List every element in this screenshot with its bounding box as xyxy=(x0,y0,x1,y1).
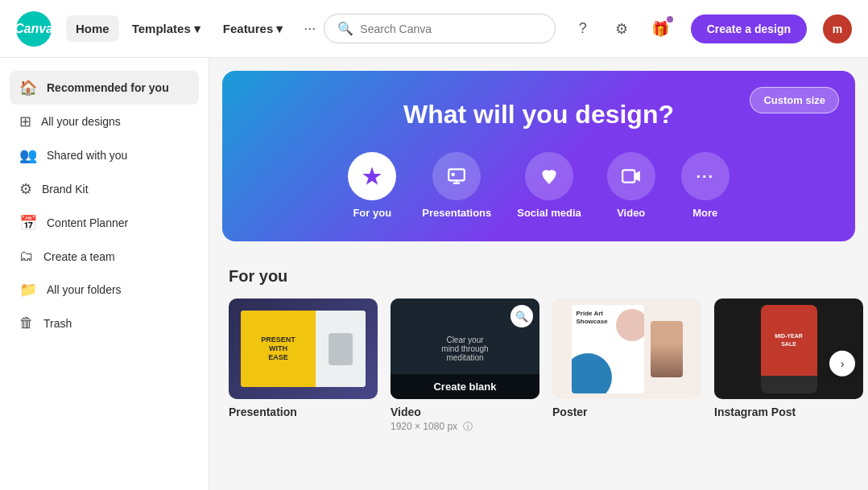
header: Canva Home Templates ▾ Features ▾ ··· 🔍 … xyxy=(0,0,868,58)
instagram-text: MID-YEARSALE xyxy=(771,329,806,350)
hero-title: What will you design? xyxy=(248,100,829,130)
video-text-lines: Clear yourmind throughmeditation xyxy=(432,336,498,362)
phone-mockup: MID-YEARSALE xyxy=(761,305,817,393)
sidebar-item-recommended[interactable]: 🏠 Recommended for you xyxy=(10,71,199,105)
search-small-button[interactable]: 🔍 xyxy=(510,305,533,327)
notification-badge xyxy=(667,16,673,23)
help-button[interactable]: ? xyxy=(568,14,597,43)
poster-blue-circle xyxy=(572,353,612,393)
presentations-icon-circle xyxy=(432,152,481,200)
search-input[interactable] xyxy=(360,23,541,35)
instagram-thumbnail-inner: MID-YEARSALE xyxy=(714,299,863,399)
presentation-yellow-panel: PRESENTWITHEASE xyxy=(241,311,316,387)
custom-size-button[interactable]: Custom size xyxy=(750,87,839,113)
nav: Home Templates ▾ Features ▾ ··· xyxy=(66,14,324,43)
home-icon: 🏠 xyxy=(19,79,37,97)
settings-button[interactable]: ⚙ xyxy=(607,14,636,43)
create-blank-overlay: Create blank xyxy=(391,374,539,399)
svg-point-1 xyxy=(452,173,455,176)
for-you-icon-circle xyxy=(348,152,396,200)
create-blank-text: Create blank xyxy=(433,381,496,393)
chevron-down-icon: ▾ xyxy=(194,22,200,36)
hero-banner: What will you design? Custom size For yo… xyxy=(222,71,855,241)
avatar[interactable]: m xyxy=(823,14,852,43)
card-thumbnail: Pride ArtShowcase xyxy=(552,299,701,399)
card-sublabel: 1920 × 1080 px ⓘ xyxy=(391,420,539,434)
card-label: Instagram Post xyxy=(714,406,863,418)
folder-icon: 📁 xyxy=(19,281,37,299)
logo-text: Canva xyxy=(14,22,53,36)
chevron-down-icon: ▾ xyxy=(276,22,283,36)
sidebar-item-content[interactable]: 📅 Content Planner xyxy=(10,206,199,240)
card-thumbnail: MID-YEARSALE xyxy=(714,299,863,399)
card-video[interactable]: Clear yourmind throughmeditation Create … xyxy=(391,299,539,434)
more-dots-icon: ··· xyxy=(696,167,714,186)
search-bar: 🔍 xyxy=(324,14,555,43)
presentation-icon xyxy=(446,166,467,187)
poster-title: Pride ArtShowcase xyxy=(577,310,639,327)
presentation-title-text: PRESENTWITHEASE xyxy=(261,336,296,361)
sidebar-item-team[interactable]: 🗂 Create a team xyxy=(10,240,199,273)
svg-rect-2 xyxy=(622,170,634,182)
presentation-thumbnail-inner: PRESENTWITHEASE xyxy=(229,299,378,399)
instagram-screen: MID-YEARSALE xyxy=(761,305,817,376)
sidebar: 🏠 Recommended for you ⊞ All your designs… xyxy=(0,58,209,490)
presentation-image-panel xyxy=(316,311,366,387)
sparkle-icon xyxy=(361,165,383,187)
sidebar-item-brand[interactable]: ⚙ Brand Kit xyxy=(10,172,199,206)
poster-inner: Pride ArtShowcase xyxy=(572,305,644,393)
sidebar-item-trash[interactable]: 🗑 Trash xyxy=(10,307,199,340)
hero-item-video[interactable]: Video xyxy=(607,152,655,219)
presentation-screen: PRESENTWITHEASE xyxy=(241,311,366,387)
next-button[interactable]: › xyxy=(829,351,855,377)
more-icon-circle: ··· xyxy=(681,152,730,200)
logo[interactable]: Canva xyxy=(16,11,52,47)
heart-icon xyxy=(539,166,560,187)
search-icon: 🔍 xyxy=(337,21,353,36)
social-media-icon-circle xyxy=(525,152,573,200)
video-thumbnail-inner: Clear yourmind throughmeditation Create … xyxy=(391,299,539,399)
nav-home[interactable]: Home xyxy=(66,15,119,42)
sidebar-item-all-designs[interactable]: ⊞ All your designs xyxy=(10,105,199,138)
brand-icon: ⚙ xyxy=(19,180,32,198)
for-you-section: For you PRESENTWITHEASE xyxy=(209,254,868,447)
people-icon: 👥 xyxy=(19,146,37,164)
person-placeholder xyxy=(329,333,353,365)
svg-rect-0 xyxy=(449,169,465,180)
card-thumbnail: PRESENTWITHEASE xyxy=(229,299,378,399)
hero-item-for-you[interactable]: For you xyxy=(348,152,396,219)
hero-item-more[interactable]: ··· More xyxy=(681,152,730,219)
hero-icon-row: For you Presentations xyxy=(248,152,829,219)
info-icon[interactable]: ⓘ xyxy=(463,421,473,432)
play-icon xyxy=(621,166,642,187)
grid-icon: ⊞ xyxy=(19,113,31,130)
main: What will you design? Custom size For yo… xyxy=(209,58,868,490)
nav-templates[interactable]: Templates ▾ xyxy=(122,15,210,43)
card-label: Video xyxy=(391,406,539,418)
sidebar-item-shared[interactable]: 👥 Shared with you xyxy=(10,138,199,172)
trash-icon: 🗑 xyxy=(19,315,34,331)
section-title: For you xyxy=(229,267,849,286)
sidebar-item-folders[interactable]: 📁 All your folders xyxy=(10,273,199,307)
cards-row: PRESENTWITHEASE Presentation xyxy=(229,299,849,434)
poster-object xyxy=(651,321,683,377)
card-presentation[interactable]: PRESENTWITHEASE Presentation xyxy=(229,299,378,418)
header-icons: ? ⚙ 🎁 Create a design m xyxy=(568,14,852,43)
team-icon: 🗂 xyxy=(19,248,34,265)
poster-thumbnail-inner: Pride ArtShowcase xyxy=(552,299,701,399)
gift-button[interactable]: 🎁 xyxy=(646,14,675,43)
nav-more[interactable]: ··· xyxy=(296,14,324,43)
card-thumbnail: Clear yourmind throughmeditation Create … xyxy=(391,299,539,399)
card-label: Poster xyxy=(552,406,701,418)
nav-features[interactable]: Features ▾ xyxy=(213,15,293,43)
hero-item-social-media[interactable]: Social media xyxy=(517,152,581,219)
hero-item-presentations[interactable]: Presentations xyxy=(422,152,491,219)
layout: 🏠 Recommended for you ⊞ All your designs… xyxy=(0,58,868,490)
card-label: Presentation xyxy=(229,406,378,418)
card-poster[interactable]: Pride ArtShowcase Poster xyxy=(552,299,701,418)
video-icon-circle xyxy=(607,152,655,200)
create-design-button[interactable]: Create a design xyxy=(691,14,807,43)
calendar-icon: 📅 xyxy=(19,214,37,232)
